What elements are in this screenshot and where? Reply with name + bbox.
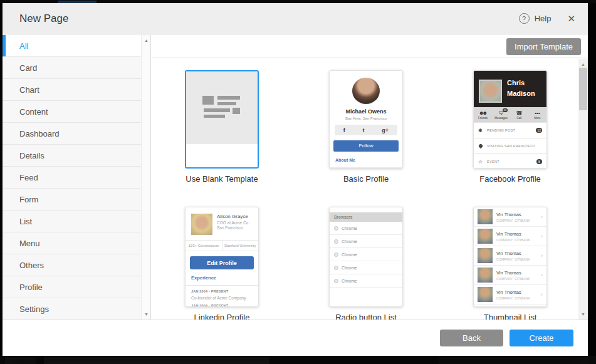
radio-list-card[interactable]: Browsers Chrome Chrome (329, 207, 403, 307)
friends-icon: ☻☻ (480, 110, 486, 116)
dialog-body: All Card Chart Content Dashboard Details… (3, 35, 588, 320)
list-item: Vin Thomas COMPANY: CITIBANK › (474, 246, 546, 266)
radio-icon (334, 226, 338, 231)
page-title: New Page (19, 13, 68, 25)
template-label: Radio button List (335, 313, 397, 320)
template-linkedin-profile[interactable]: Alison Grayce COO at Acme Co. San Franci… (185, 207, 259, 320)
avatar (478, 268, 493, 283)
scroll-down-icon[interactable]: ▼ (142, 312, 151, 316)
new-page-dialog: New Page ? Help ✕ All Card Chart Content… (3, 3, 588, 356)
scroll-up-icon[interactable]: ▲ (578, 62, 588, 66)
experience-heading: Experience (191, 275, 258, 281)
list-header: Browsers (330, 212, 402, 222)
profile-name: Chris Madison (507, 78, 535, 98)
back-button[interactable]: Back (440, 330, 503, 346)
content-scrollbar[interactable]: ▲ ▼ (578, 59, 588, 320)
sidebar-item-dashboard[interactable]: Dashboard (3, 123, 150, 145)
sidebar-item-details[interactable]: Details (3, 145, 150, 167)
event-badge: 8 (536, 159, 542, 164)
experience-date: JAN 2004 - PRESENT (191, 304, 253, 307)
dialog-footer: Back Create (3, 320, 588, 356)
template-basic-profile[interactable]: Michael Owens Bay Area, San Francisco f … (329, 70, 403, 184)
facebook-profile-card[interactable]: Chris Madison ☻☻ Friends (473, 70, 547, 169)
school-name: Stanford University (222, 241, 259, 251)
linkedin-profile-card[interactable]: Alison Grayce COO at Acme Co. San Franci… (185, 207, 259, 307)
pending-badge: 12 (536, 128, 542, 133)
template-row-2: Alison Grayce COO at Acme Co. San Franci… (185, 207, 578, 320)
basic-profile-card[interactable]: Michael Owens Bay Area, San Francisco f … (329, 70, 403, 169)
social-buttons-bar: f t g+ (335, 125, 397, 135)
sidebar-item-all[interactable]: All (3, 35, 150, 57)
avatar (478, 248, 493, 263)
avatar (478, 229, 493, 244)
template-grid: Use Blank Template Michael Owens Bay Are… (151, 59, 578, 320)
experience-role: Co-founder of Acme Company (191, 296, 253, 300)
sidebar-item-menu[interactable]: Menu (3, 232, 150, 254)
profile-role: COO at Acme Co. (217, 221, 249, 225)
background-app-bottom-strip (0, 356, 596, 364)
template-label: Thumbnail List (484, 313, 537, 320)
twitter-icon: t (363, 127, 365, 133)
radio-icon (334, 266, 338, 270)
googleplus-icon: g+ (382, 127, 389, 133)
sidebar-item-feed[interactable]: Feed (3, 167, 150, 189)
facebook-icon: f (343, 127, 345, 133)
scroll-down-icon[interactable]: ▼ (578, 312, 588, 316)
template-gallery: Import Template (151, 35, 588, 320)
create-button[interactable]: Create (510, 330, 573, 346)
scrollbar-thumb[interactable] (579, 68, 587, 110)
connections-count: 123+ Connections (186, 241, 222, 251)
star-icon: ☆ (478, 159, 485, 165)
blank-template-card[interactable] (185, 70, 259, 169)
avatar (479, 80, 502, 103)
help-button[interactable]: Help (535, 14, 552, 23)
template-row-1: Use Blank Template Michael Owens Bay Are… (185, 70, 578, 184)
about-me-link: About Me (335, 158, 355, 162)
close-icon[interactable]: ✕ (567, 13, 575, 24)
edit-profile-button: Edit Profile (190, 256, 254, 269)
scroll-up-icon[interactable]: ▲ (142, 38, 151, 43)
help-icon[interactable]: ? (519, 13, 530, 24)
list-item: Chrome (330, 222, 402, 235)
template-thumbnail-list[interactable]: Vin Thomas COMPANY: CITIBANK › Vin Thoma… (473, 207, 547, 320)
template-label: Basic Profile (343, 174, 389, 184)
chevron-right-icon: › (541, 233, 543, 239)
radio-icon (334, 239, 338, 244)
sidebar-item-list[interactable]: List (3, 211, 150, 232)
radio-icon (334, 279, 338, 283)
desktop-background: New Page ? Help ✕ All Card Chart Content… (0, 0, 596, 364)
profile-name: Michael Owens (345, 108, 386, 115)
template-facebook-profile[interactable]: Chris Madison ☻☻ Friends (473, 70, 547, 184)
sidebar-item-card[interactable]: Card (3, 57, 150, 79)
sidebar-item-form[interactable]: Form (3, 189, 150, 211)
divider (186, 285, 258, 286)
gallery-toolbar: Import Template (151, 35, 588, 58)
sidebar-item-content[interactable]: Content (3, 101, 150, 123)
profile-location: San Francisco (217, 226, 249, 230)
template-blank[interactable]: Use Blank Template (185, 70, 259, 184)
list-item: Chrome (330, 248, 402, 261)
dialog-header: New Page ? Help ✕ (3, 3, 588, 34)
chevron-right-icon: › (541, 272, 543, 278)
follow-button: Follow (333, 140, 399, 152)
sidebar-item-chart[interactable]: Chart (3, 79, 150, 101)
template-radio-button-list[interactable]: Browsers Chrome Chrome (329, 207, 403, 320)
template-label: Facebook Profile (479, 174, 541, 184)
thumbnail-list-card[interactable]: Vin Thomas COMPANY: CITIBANK › Vin Thoma… (473, 207, 547, 307)
list-item: Vin Thomas COMPANY: CITIBANK › (474, 207, 546, 227)
avatar (352, 78, 380, 104)
sidebar-item-profile[interactable]: Profile (3, 276, 150, 298)
location-pin-icon (478, 144, 485, 148)
chevron-right-icon: › (541, 214, 543, 220)
sidebar-item-settings[interactable]: Settings (3, 298, 150, 320)
gear-icon: ✱ (478, 128, 485, 133)
call-icon: ☎ (516, 110, 523, 116)
chevron-right-icon: › (541, 291, 543, 298)
chevron-right-icon: › (541, 252, 543, 259)
profile-name: Alison Grayce (217, 214, 249, 219)
sidebar-scrollbar[interactable]: ▲ ▼ (141, 35, 150, 320)
sidebar-item-others[interactable]: Others (3, 254, 150, 276)
import-template-button[interactable]: Import Template (506, 38, 581, 55)
wireframe-content-icon (202, 95, 241, 120)
more-icon: ••• (535, 110, 540, 116)
